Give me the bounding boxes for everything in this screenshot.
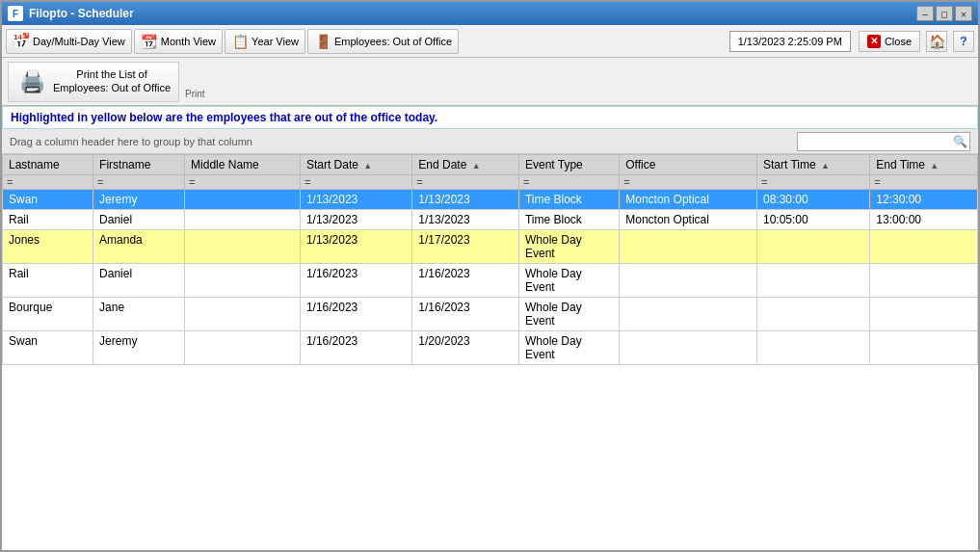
month-view-button[interactable]: 📆 Month View xyxy=(134,29,223,54)
filter-enddate: = xyxy=(412,175,519,190)
cell-eventtype: Whole Day Event xyxy=(518,230,619,264)
filter-startdate: = xyxy=(300,175,411,190)
search-input[interactable] xyxy=(798,136,951,147)
printer-icon: 🖨️ xyxy=(16,66,47,97)
calendar-day-icon: 📅 14 xyxy=(13,33,30,50)
col-firstname[interactable]: Firstname xyxy=(93,155,185,175)
cell-starttime xyxy=(757,230,870,264)
minimize-button[interactable]: — xyxy=(916,6,934,21)
cell-endtime xyxy=(870,230,978,264)
cell-middlename xyxy=(185,210,301,230)
cell-lastname: Bourque xyxy=(3,298,93,331)
cell-endtime: 12:30:00 xyxy=(870,190,978,210)
table-row[interactable]: JonesAmanda1/13/20231/17/2023Whole Day E… xyxy=(3,230,978,264)
table-row[interactable]: SwanJeremy1/13/20231/13/2023Time BlockMo… xyxy=(3,190,978,210)
cell-lastname: Rail xyxy=(3,264,93,298)
column-header-row: Lastname Firstname Middle Name Start Dat… xyxy=(3,155,978,175)
col-starttime[interactable]: Start Time ▲ xyxy=(757,155,870,175)
title-bar: F Filopto - Scheduler — □ ✕ xyxy=(2,2,978,25)
cell-office xyxy=(620,298,757,331)
col-eventtype[interactable]: Event Type xyxy=(518,155,619,175)
table-row[interactable]: BourqueJane1/16/20231/16/2023Whole Day E… xyxy=(3,298,978,331)
col-lastname[interactable]: Lastname xyxy=(3,155,93,175)
cell-enddate: 1/20/2023 xyxy=(412,331,519,365)
filter-starttime: = xyxy=(757,175,870,190)
close-button[interactable]: ✕ Close xyxy=(859,31,920,52)
grid-area: Drag a column header here to group by th… xyxy=(2,129,978,550)
cell-endtime xyxy=(870,298,978,331)
cell-office xyxy=(620,264,757,298)
group-bar: Drag a column header here to group by th… xyxy=(2,129,978,154)
col-middlename[interactable]: Middle Name xyxy=(185,155,301,175)
cell-firstname: Jeremy xyxy=(93,331,185,365)
window-close-button[interactable]: ✕ xyxy=(955,6,972,21)
cell-startdate: 1/13/2023 xyxy=(300,210,411,230)
employees-table: Lastname Firstname Middle Name Start Dat… xyxy=(2,154,978,365)
col-endtime[interactable]: End Time ▲ xyxy=(870,155,978,175)
cell-startdate: 1/13/2023 xyxy=(300,230,411,264)
datetime-text: 1/13/2023 2:25:09 PM xyxy=(738,36,842,47)
cell-eventtype: Time Block xyxy=(518,190,619,210)
cell-eventtype: Time Block xyxy=(518,210,619,230)
out-of-office-button[interactable]: 🚪 Employees: Out of Office xyxy=(307,29,459,54)
cell-endtime: 13:00:00 xyxy=(870,210,978,230)
cell-startdate: 1/16/2023 xyxy=(300,331,411,365)
cell-enddate: 1/17/2023 xyxy=(412,230,519,264)
cell-lastname: Rail xyxy=(3,210,93,230)
cell-firstname: Daniel xyxy=(93,264,185,298)
main-toolbar: 📅 14 Day/Multi-Day View 📆 Month View 📋 Y… xyxy=(2,25,978,58)
col-enddate[interactable]: End Date ▲ xyxy=(412,155,519,175)
cell-starttime: 08:30:00 xyxy=(757,190,870,210)
cell-middlename xyxy=(185,264,301,298)
notice-bar: Highlighted in yellow below are the empl… xyxy=(2,106,978,129)
notice-text: Highlighted in yellow below are the empl… xyxy=(11,111,437,124)
cell-enddate: 1/13/2023 xyxy=(412,210,519,230)
cell-endtime xyxy=(870,331,978,365)
cell-middlename xyxy=(185,331,301,365)
home-button[interactable]: 🏠 xyxy=(926,31,947,52)
col-office[interactable]: Office xyxy=(620,155,757,175)
table-row[interactable]: SwanJeremy1/16/20231/20/2023Whole Day Ev… xyxy=(3,331,978,365)
cell-starttime: 10:05:00 xyxy=(757,210,870,230)
datetime-display: 1/13/2023 2:25:09 PM xyxy=(729,31,851,52)
maximize-button[interactable]: □ xyxy=(936,6,953,21)
cell-startdate: 1/16/2023 xyxy=(300,298,411,331)
cell-office xyxy=(620,331,757,365)
day-view-label: Day/Multi-Day View xyxy=(33,36,125,47)
cell-starttime xyxy=(757,331,870,365)
cell-firstname: Jeremy xyxy=(93,190,185,210)
cell-middlename xyxy=(185,298,301,331)
cell-office: Moncton Optical xyxy=(620,210,757,230)
filter-office: = xyxy=(620,175,757,190)
table-container: Lastname Firstname Middle Name Start Dat… xyxy=(2,154,978,550)
cell-lastname: Jones xyxy=(3,230,93,264)
main-window: F Filopto - Scheduler — □ ✕ 📅 14 Day/Mul… xyxy=(0,0,980,552)
close-red-icon: ✕ xyxy=(867,35,881,48)
search-icon: 🔍 xyxy=(951,135,969,148)
filter-middlename: = xyxy=(185,175,301,190)
print-list-button[interactable]: 🖨️ Print the List of Employees: Out of O… xyxy=(8,62,179,102)
cell-startdate: 1/16/2023 xyxy=(300,264,411,298)
col-startdate[interactable]: Start Date ▲ xyxy=(300,155,411,175)
cell-firstname: Jane xyxy=(93,298,185,331)
cell-starttime xyxy=(757,264,870,298)
print-toolbar: 🖨️ Print the List of Employees: Out of O… xyxy=(2,58,978,106)
filter-lastname: = xyxy=(3,175,93,190)
table-body: SwanJeremy1/13/20231/13/2023Time BlockMo… xyxy=(3,190,978,365)
help-button[interactable]: ? xyxy=(953,31,974,52)
table-row[interactable]: RailDaniel1/13/20231/13/2023Time BlockMo… xyxy=(3,210,978,230)
out-of-office-icon: 🚪 xyxy=(314,33,331,50)
filter-endtime: = xyxy=(870,175,978,190)
table-row[interactable]: RailDaniel1/16/20231/16/2023Whole Day Ev… xyxy=(3,264,978,298)
cell-startdate: 1/13/2023 xyxy=(300,190,411,210)
cell-eventtype: Whole Day Event xyxy=(518,264,619,298)
group-bar-text: Drag a column header here to group by th… xyxy=(10,136,252,147)
cell-lastname: Swan xyxy=(3,190,93,210)
close-label: Close xyxy=(885,36,912,47)
year-view-button[interactable]: 📋 Year View xyxy=(225,29,305,54)
print-section-label: Print xyxy=(183,89,205,101)
day-view-button[interactable]: 📅 14 Day/Multi-Day View xyxy=(6,29,132,54)
cell-firstname: Daniel xyxy=(93,210,185,230)
cell-lastname: Swan xyxy=(3,331,93,365)
filter-row: = = = = = = = = = xyxy=(3,175,978,190)
